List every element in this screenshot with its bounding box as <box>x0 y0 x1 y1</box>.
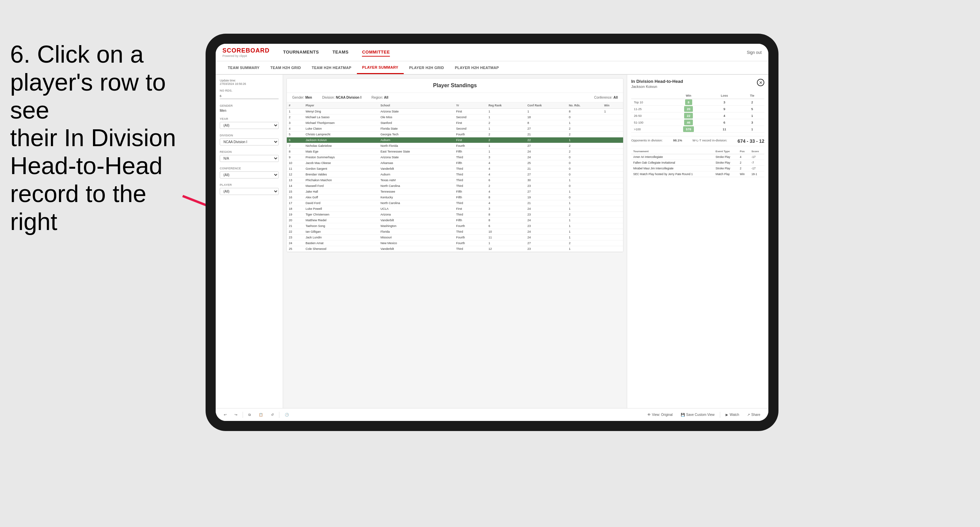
paste-button[interactable]: 📋 <box>256 412 266 417</box>
undo-button[interactable]: ↩ <box>221 412 229 417</box>
tab-player-h2h-grid[interactable]: PLAYER H2H GRID <box>404 61 450 74</box>
table-row[interactable]: 7 Nicholas Gabrielow North Florida Fourt… <box>287 143 623 149</box>
table-row[interactable]: 11 Gordon Sargent Vanderbilt Third 4 21 … <box>287 166 623 172</box>
cell-yr: First <box>454 137 486 143</box>
cell-player: Preston Summerhays <box>304 155 379 160</box>
h2h-cell-tie: 2 <box>740 99 764 106</box>
table-row[interactable]: 24 Bastien Amat New Mexico Fourth 1 27 2 <box>287 240 623 246</box>
table-row[interactable]: 18 Luke Powell UCLA First 3 24 1 <box>287 206 623 212</box>
table-row[interactable]: 4 Luke Claton Florida State Second 1 27 … <box>287 126 623 132</box>
cell-rds: 1 <box>567 137 602 143</box>
cell-reg: 6 <box>486 223 525 229</box>
share-button[interactable]: ↗ Share <box>745 412 763 417</box>
cell-win <box>602 155 623 160</box>
view-original-icon: 👁 <box>648 413 651 417</box>
nav-tournaments[interactable]: TOURNAMENTS <box>283 48 319 57</box>
division-dropdown[interactable]: NCAA Division I <box>220 138 279 146</box>
view-original-button[interactable]: 👁 View: Original <box>645 412 676 417</box>
save-custom-button[interactable]: 💾 Save Custom View <box>678 412 717 417</box>
cell-yr: Third <box>454 200 486 206</box>
col-player: Player <box>304 102 379 109</box>
cell-yr: Third <box>454 172 486 178</box>
tournament-row: Fallen Oak Collegiate Invitational Strok… <box>631 160 764 166</box>
watch-label: Watch <box>730 413 739 417</box>
h2h-cell-win: 8 <box>668 99 709 106</box>
copy-button[interactable]: ⧉ <box>246 412 253 418</box>
cell-conf: 24 <box>525 235 567 240</box>
year-dropdown[interactable]: (All) <box>220 122 279 129</box>
table-row[interactable]: 19 Tiger Christensen Arizona Third 8 23 … <box>287 212 623 217</box>
share-icon: ↗ <box>747 413 750 417</box>
table-row[interactable]: 10 Jacob Mau Oleese Arkansas Fifth 4 25 … <box>287 160 623 166</box>
table-row[interactable]: 21 Taehoon Song Washington Fourth 6 23 1 <box>287 223 623 229</box>
table-row[interactable]: 15 Jake Hall Tennessee Fifth 4 27 1 <box>287 189 623 195</box>
table-row[interactable]: 25 Cole Sherwood Vanderbilt Third 12 23 … <box>287 246 623 252</box>
tab-team-h2h-grid[interactable]: TEAM H2H GRID <box>265 61 306 74</box>
h2h-opponents-label: Opponents in division: <box>631 138 663 144</box>
cell-reg: 8 <box>486 212 525 217</box>
redo-button[interactable]: ↪ <box>232 412 240 417</box>
table-row[interactable]: 6 Jackson Koivun Auburn First 2 22 1 <box>287 137 623 143</box>
table-row[interactable]: 12 Brendan Valdes Auburn Third 4 27 0 <box>287 172 623 178</box>
cell-win <box>602 217 623 223</box>
h2h-cell-win: 46 <box>668 119 709 126</box>
table-row[interactable]: 16 Alex Goff Kentucky Fifth 8 19 0 <box>287 195 623 200</box>
table-row[interactable]: 5 Christo Lamprecht Georgia Tech Fourth … <box>287 132 623 137</box>
tab-team-summary[interactable]: TEAM SUMMARY <box>223 61 265 74</box>
nav-committee[interactable]: COMMITTEE <box>362 48 390 57</box>
cell-player: Luke Claton <box>304 126 379 132</box>
cell-conf: 8 <box>525 120 567 126</box>
table-row[interactable]: 9 Preston Summerhays Arizona State Third… <box>287 155 623 160</box>
cell-num: 4 <box>287 126 304 132</box>
cell-win <box>602 206 623 212</box>
cell-num: 24 <box>287 240 304 246</box>
cell-num: 8 <box>287 149 304 155</box>
reset-button[interactable]: ↺ <box>268 412 276 417</box>
table-row[interactable]: 14 Maxwell Ford North Carolina Third 2 2… <box>287 183 623 189</box>
tab-team-h2h-heatmap[interactable]: TEAM H2H HEATMAP <box>306 61 357 74</box>
cell-conf: 24 <box>525 155 567 160</box>
nav-items: TOURNAMENTS TEAMS COMMITTEE <box>283 48 747 57</box>
gender-filter: Gender: Men <box>292 96 312 99</box>
table-row[interactable]: 2 Michael La Sasso Ole Miss Second 1 18 … <box>287 114 623 120</box>
col-conf-rank: Conf Rank <box>525 102 567 109</box>
cell-num: 3 <box>287 120 304 126</box>
rds-slider[interactable] <box>220 98 279 99</box>
tab-player-h2h-heatmap[interactable]: PLAYER H2H HEATMAP <box>450 61 504 74</box>
tab-player-summary[interactable]: PLAYER SUMMARY <box>357 61 404 74</box>
table-row[interactable]: 8 Mats Ege East Tennessee State Fifth 1 … <box>287 149 623 155</box>
cell-reg: 4 <box>486 172 525 178</box>
conference-dropdown[interactable]: (All) <box>220 171 279 178</box>
sign-out-link[interactable]: Sign out <box>747 50 762 55</box>
h2h-cell-tie: 3 <box>740 119 764 126</box>
cell-num: 20 <box>287 217 304 223</box>
cell-rds: 2 <box>567 212 602 217</box>
h2h-opponents-row: Opponents in division: 98.1% W-L-T recor… <box>631 136 764 146</box>
table-row[interactable]: 20 Matthew Riedel Vanderbilt Fifth 8 24 … <box>287 217 623 223</box>
h2h-row: >100 578 11 1 <box>631 126 764 133</box>
table-row[interactable]: 22 Ian Gilligan Florida Third 10 24 1 <box>287 229 623 235</box>
cell-rds: 0 <box>567 155 602 160</box>
left-sidebar: Update time: 27/03/2024 16:56:26 No Rds.… <box>216 75 283 408</box>
table-row[interactable]: 1 Wenyi Ding Arizona State First 1 1 8 1 <box>287 109 623 114</box>
cell-yr: Third <box>454 155 486 160</box>
h2h-close-button[interactable]: ✕ <box>757 79 764 86</box>
watch-button[interactable]: ▶ Watch <box>723 412 742 417</box>
table-row[interactable]: 3 Michael Thorbjornsen Stanford First 2 … <box>287 120 623 126</box>
region-dropdown[interactable]: N/A <box>220 155 279 162</box>
h2h-cell-tie: 5 <box>740 106 764 113</box>
cell-win <box>602 240 623 246</box>
player-dropdown[interactable]: (All) <box>220 188 279 195</box>
nav-teams[interactable]: TEAMS <box>332 48 348 57</box>
no-rds-label: No Rds. <box>220 89 279 92</box>
table-row[interactable]: 17 David Ford North Carolina Third 4 21 … <box>287 200 623 206</box>
player-label: Player <box>220 183 279 187</box>
cell-reg: 10 <box>486 229 525 235</box>
h2h-cell-win: 578 <box>668 126 709 133</box>
cell-win <box>602 132 623 137</box>
h2h-cell-loss: 4 <box>709 113 740 119</box>
cell-rds: 2 <box>567 132 602 137</box>
table-row[interactable]: 13 Phichaksn Maichon Texas A&M Third 6 3… <box>287 178 623 183</box>
clock-button[interactable]: 🕐 <box>282 412 291 417</box>
table-row[interactable]: 23 Jack Lundin Missouri Fourth 11 24 1 <box>287 235 623 240</box>
